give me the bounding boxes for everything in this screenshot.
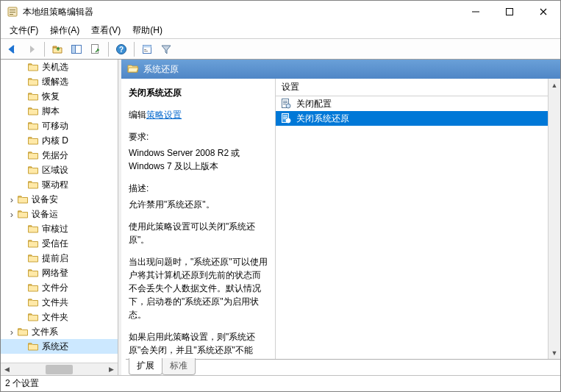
tree-item[interactable]: 提前启	[1, 251, 118, 266]
folder-open-icon	[127, 63, 139, 76]
forward-button[interactable]	[23, 40, 40, 58]
column-header-setting[interactable]: 设置	[276, 79, 548, 96]
tree-item[interactable]: 审核过	[1, 221, 118, 236]
folder-icon	[27, 179, 39, 190]
svg-rect-17	[283, 102, 287, 103]
scrollbar-track-v[interactable]	[549, 91, 560, 346]
tree-item[interactable]: 系统还	[1, 339, 118, 354]
content-area: 关机选缓解选恢复脚本可移动内核 D凭据分区域设驱动程›设备安›设备运审核过受信任…	[1, 60, 560, 375]
policy-icon	[280, 98, 292, 110]
svg-rect-2	[10, 12, 15, 13]
list-item[interactable]: 关闭系统还原	[276, 111, 548, 126]
expander-icon[interactable]: ›	[5, 209, 18, 219]
scroll-down-button[interactable]: ▼	[549, 346, 560, 359]
tree-item-label: 驱动程	[42, 179, 68, 191]
tree-item-label: 网络登	[42, 267, 68, 279]
tree-item[interactable]: ›文件系	[1, 324, 118, 339]
tree-item-label: 凭据分	[42, 149, 68, 162]
tree-item[interactable]: 文件分	[1, 280, 118, 295]
close-button[interactable]	[526, 1, 560, 23]
scroll-left-button[interactable]: ◀	[1, 363, 13, 376]
tree-item-label: 区域设	[42, 164, 68, 177]
app-window: 本地组策略编辑器 文件(F) 操作(A) 查看(V) 帮助(H)	[0, 0, 561, 392]
folder-icon	[17, 208, 29, 220]
up-button[interactable]	[49, 40, 66, 58]
svg-rect-4	[472, 12, 479, 13]
tree-item-label: 恢复	[42, 90, 60, 103]
policy-icon	[280, 113, 292, 124]
tab-extended[interactable]: 扩展	[129, 358, 162, 375]
tree-item[interactable]: 内核 D	[1, 133, 118, 148]
tab-standard[interactable]: 标准	[162, 358, 196, 375]
tree-item-label: 文件夹	[42, 311, 68, 324]
tree-item[interactable]: 网络登	[1, 266, 118, 280]
tree-item[interactable]: 脚本	[1, 104, 118, 118]
right-pane: 系统还原 关闭系统还原 编辑策略设置 要求: Windows Server 20…	[121, 60, 560, 375]
policy-title: 关闭系统还原	[129, 86, 268, 99]
tree-item[interactable]: 区域设	[1, 163, 118, 177]
back-button[interactable]	[4, 40, 21, 58]
help-button[interactable]: ?	[112, 40, 130, 58]
settings-list-pane: 设置 关闭配置关闭系统还原	[276, 79, 548, 359]
tree-item[interactable]: 可移动	[1, 118, 118, 133]
tree-item-label: 设备安	[32, 193, 58, 206]
scroll-right-button[interactable]: ▶	[105, 363, 118, 376]
svg-rect-5	[507, 9, 513, 15]
tree-item[interactable]: 文件共	[1, 295, 118, 310]
req-text: Windows Server 2008 R2 或 Windows 7 及以上版本	[129, 146, 268, 173]
folder-icon	[27, 164, 39, 176]
show-hide-tree-button[interactable]	[68, 40, 85, 58]
tree-item[interactable]: 驱动程	[1, 177, 118, 192]
view-tabs: 扩展 标准	[121, 359, 560, 375]
svg-rect-14	[144, 51, 148, 51]
edit-policy-link[interactable]: 策略设置	[146, 110, 182, 120]
tree-item[interactable]: 受信任	[1, 236, 118, 251]
scroll-up-button[interactable]: ▲	[549, 79, 560, 91]
window-title: 本地组策略编辑器	[23, 6, 459, 18]
folder-icon	[17, 193, 29, 205]
properties-button[interactable]	[138, 40, 156, 58]
scrollbar-track[interactable]	[13, 363, 105, 376]
toolbar-separator-3	[134, 42, 135, 57]
list-item[interactable]: 关闭配置	[276, 96, 548, 111]
menu-file[interactable]: 文件(F)	[4, 23, 44, 38]
folder-icon	[27, 90, 39, 102]
tree-item-label: 审核过	[42, 223, 68, 235]
expander-icon[interactable]: ›	[5, 194, 18, 204]
minimize-button[interactable]	[459, 1, 493, 23]
folder-icon	[27, 149, 39, 161]
tree-item[interactable]: 恢复	[1, 89, 118, 104]
right-vertical-scrollbar[interactable]: ▲ ▼	[548, 79, 560, 359]
status-text: 2 个设置	[5, 377, 39, 390]
tree-item[interactable]: 关机选	[1, 60, 118, 74]
tree-item[interactable]: 缓解选	[1, 74, 118, 89]
filter-button[interactable]	[157, 40, 175, 58]
titlebar: 本地组策略编辑器	[1, 1, 560, 23]
desc-text-2: 使用此策略设置可以关闭"系统还原"。	[129, 220, 268, 246]
folder-icon	[27, 267, 39, 279]
scrollbar-thumb[interactable]	[46, 365, 74, 374]
tree-horizontal-scrollbar[interactable]: ◀ ▶	[1, 363, 118, 375]
folder-icon	[27, 311, 39, 323]
maximize-button[interactable]	[493, 1, 526, 23]
tree-item[interactable]: 文件夹	[1, 310, 118, 324]
tree-item-label: 设备运	[32, 208, 58, 221]
tree-item[interactable]: 凭据分	[1, 148, 118, 163]
menu-help[interactable]: 帮助(H)	[126, 23, 168, 38]
folder-icon	[27, 341, 39, 352]
folder-icon	[27, 252, 39, 264]
folder-icon	[27, 296, 39, 308]
menu-view[interactable]: 查看(V)	[85, 23, 126, 38]
tree-item[interactable]: ›设备安	[1, 192, 118, 207]
tree-item-label: 文件系	[32, 326, 58, 338]
tree-item[interactable]: ›设备运	[1, 207, 118, 221]
expander-icon[interactable]: ›	[5, 327, 18, 337]
desc-text-3: 当出现问题时，"系统还原"可以使用户将其计算机还原到先前的状态而不会丢失个人数据…	[129, 255, 268, 321]
svg-rect-21	[283, 115, 287, 116]
tree-item-label: 可移动	[42, 120, 68, 132]
tree-scroll[interactable]: 关机选缓解选恢复脚本可移动内核 D凭据分区域设驱动程›设备安›设备运审核过受信任…	[1, 60, 118, 363]
menu-action[interactable]: 操作(A)	[44, 23, 85, 38]
req-label: 要求:	[129, 130, 268, 143]
export-list-button[interactable]	[87, 40, 104, 58]
svg-rect-23	[283, 118, 286, 119]
